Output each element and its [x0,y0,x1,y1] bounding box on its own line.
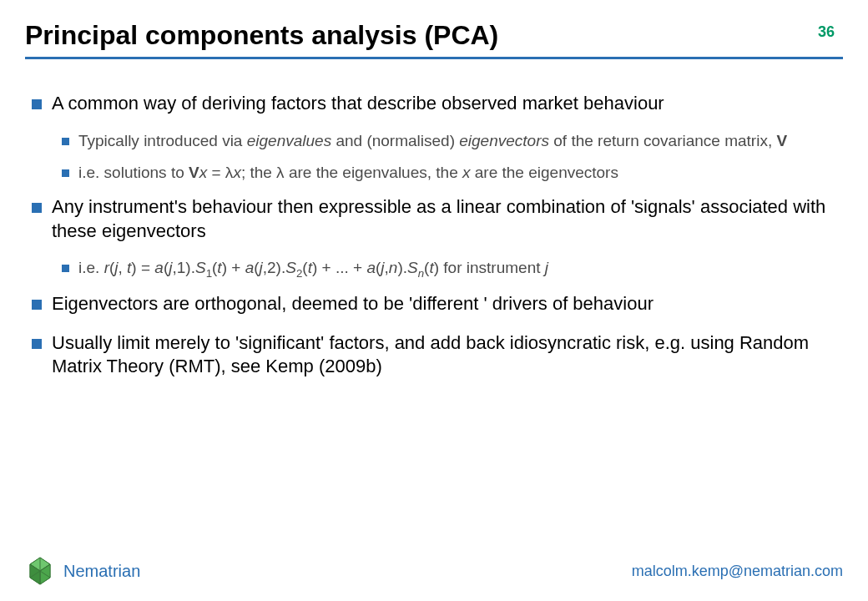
brand-logo-icon [25,556,55,586]
bullet-text-part: ; the λ are the eigenvalues, the [241,164,462,181]
bullet-italic: x [233,164,241,181]
bullet-level1: A common way of deriving factors that de… [25,92,843,116]
brand: Nematrian [25,556,140,586]
bullet-text: Eigenvectors are orthogonal, deemed to b… [52,293,654,314]
bullet-italic: S [407,259,418,276]
bullet-text-part: ) + [222,259,245,276]
bullet-bold: V [189,164,199,181]
slide-title: Principal components analysis (PCA) [25,20,843,51]
bullet-text-part: of the return covariance matrix, [549,132,776,149]
bullet-text: Usually limit merely to 'significant' fa… [52,332,809,377]
bullet-level2: i.e. solutions to Vx = λx; the λ are the… [25,163,843,184]
bullet-italic: eigenvectors [459,132,549,149]
bullet-text: A common way of deriving factors that de… [52,93,664,114]
bullet-level1: Any instrument's behaviour then expressi… [25,195,843,243]
bullet-text-part: ,1). [172,259,194,276]
bullet-text-part: ). [397,259,407,276]
bullet-italic: n [389,259,398,276]
title-divider [25,57,843,59]
subscript: 1 [206,267,212,280]
bullet-level1: Eigenvectors are orthogonal, deemed to b… [25,292,843,316]
bullet-text-part: are the eigenvectors [471,164,618,181]
bullet-text-part: = λ [207,164,233,181]
bullet-text-part: i.e. [78,259,104,276]
bullet-italic: S [285,259,296,276]
bullet-bold: V [776,132,787,149]
bullet-text: Any instrument's behaviour then expressi… [52,196,825,241]
footer-email: malcolm.kemp@nematrian.com [632,563,843,580]
slide-header: Principal components analysis (PCA) [25,20,843,58]
bullet-italic: S [195,259,206,276]
bullet-text-part: and (normalised) [331,132,459,149]
bullet-text-part: ) = [131,259,154,276]
bullet-text-part: Typically introduced via [78,132,247,149]
bullet-text-part: ,2). [263,259,285,276]
bullet-italic: a [366,259,376,276]
bullet-italic: a [245,259,255,276]
bullet-level2: i.e. r(j, t) = a(j,1).S1(t) + a(j,2).S2(… [25,258,843,280]
subscript: n [418,267,424,280]
slide: Principal components analysis (PCA) 36 A… [0,0,868,601]
bullet-text-part: ) for instrument [434,259,545,276]
bullet-italic: a [154,259,164,276]
bullet-italic: eigenvalues [247,132,331,149]
bullet-text-part: ) + ... + [312,259,366,276]
page-number: 36 [818,23,835,41]
bullet-level2: Typically introduced via eigenvalues and… [25,131,843,152]
slide-footer: Nematrian malcolm.kemp@nematrian.com [25,556,843,586]
bullet-text-part: i.e. solutions to [78,164,189,181]
slide-body: A common way of deriving factors that de… [25,92,843,394]
bullet-text-part: , [119,259,128,276]
brand-name: Nematrian [63,562,140,581]
bullet-italic: x [462,164,471,181]
bullet-level1: Usually limit merely to 'significant' fa… [25,331,843,379]
bullet-italic: j [545,259,548,276]
bullet-italic: x [199,164,208,181]
